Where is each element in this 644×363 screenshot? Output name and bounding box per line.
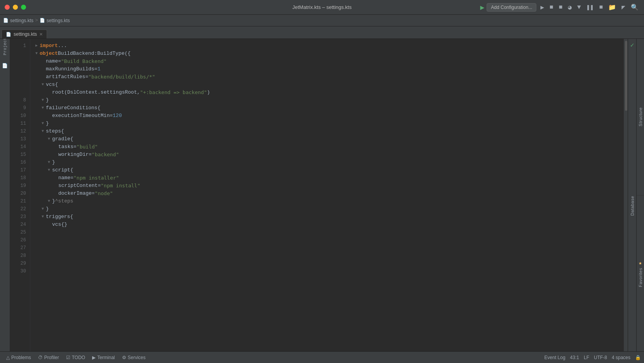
fold-icon-12[interactable]: ▼ [40,82,46,88]
breadcrumb-file-icon-2: 📄 [40,18,45,23]
search-icon[interactable]: 🔍 [629,3,640,12]
tab-settings-kts[interactable]: 📄 settings.kts ✕ [2,30,47,38]
line-numbers: 1 8 9 10 11 12 13 14 15 16 17 18 19 20 2… [10,39,30,351]
fold-icon-19[interactable]: ▼ [46,136,52,142]
terminal-button[interactable]: ▶ Terminal [89,354,118,361]
breadcrumb-item-1[interactable]: settings.kts [10,18,33,23]
tab-bar: 📄 settings.kts ✕ [0,26,644,39]
fold-spacer-20 [52,144,58,150]
profiler-icon: ⏱ [38,355,43,360]
encoding[interactable]: UTF-8 [594,355,607,360]
minimize-button[interactable] [13,5,18,10]
profile-icon[interactable]: ◕ [566,3,573,12]
database-panel: Database [629,61,635,351]
code-line-13: root(DslContext.settingsRoot, "+:backend… [33,89,624,96]
todo-button[interactable]: ☑ TODO [63,354,88,361]
database-label[interactable]: Database [629,194,635,218]
structure-panel[interactable]: Structure [637,39,644,195]
bottom-items: △ Problems ⏱ Profiler ☑ TODO ▶ Terminal … [3,354,545,361]
todo-label: TODO [72,355,85,360]
fold-icon-15[interactable]: ▼ [40,105,46,111]
fold-icon-28[interactable]: ▼ [40,206,46,212]
code-line-10: maxRunningBuilds = 1 [33,65,624,73]
star-icon: ★ [639,260,642,266]
fold-spacer-25 [52,183,58,189]
fold-icon-22[interactable]: ▼ [46,159,52,166]
maximize-button[interactable] [21,5,26,10]
code-line-28: ▼ } [33,205,624,213]
stop-icon[interactable]: ■ [548,3,555,12]
coverage-icon[interactable]: ■ [557,3,564,12]
git-lock-icon: 🔒 [635,355,641,360]
fold-spacer-13 [46,89,52,96]
indent-info[interactable]: 4 spaces [612,355,630,360]
cursor-position: 43:1 [570,355,579,360]
favorites-label[interactable]: Favorites [638,268,643,287]
fold-spacer-21 [52,152,58,158]
scrollbar[interactable] [624,39,628,351]
breadcrumb-item-2[interactable]: settings.kts [47,18,70,23]
fold-spacer-26 [52,190,58,197]
pause-icon[interactable]: ❚❚ [585,3,595,12]
services-button[interactable]: ⚙ Services [119,354,149,361]
code-line-22: ▼ } [33,159,624,166]
fold-icon-29[interactable]: ▼ [40,214,46,220]
fold-icon-17[interactable]: ▼ [40,120,46,127]
fold-icon-18[interactable]: ▼ [40,128,46,134]
fold-spacer-30 [46,222,52,228]
editor-area: 1 8 9 10 11 12 13 14 15 16 17 18 19 20 2… [10,39,628,351]
run-config-icon[interactable]: ▶ [480,3,484,12]
code-line-12: ▼ vcs { [33,81,624,89]
fold-icon-23[interactable]: ▼ [46,167,52,173]
status-info: Event Log 43:1 LF UTF-8 4 spaces 🔒 [545,355,641,360]
services-icon: ⚙ [122,355,126,360]
tab-close-button[interactable]: ✕ [39,32,43,37]
breadcrumb-separator: > [35,17,38,23]
right-gutter: ✓ Database [628,39,636,351]
favorites-panel[interactable]: ★ Favorites [637,195,644,352]
fold-icon-27[interactable]: ▼ [46,198,52,204]
code-line-20: tasks = "build" [33,143,624,151]
line-ending[interactable]: LF [584,355,589,360]
code-line-29: ▼ triggers { [33,213,624,221]
run-icon[interactable]: ▶ [539,3,546,12]
event-log-link[interactable]: Event Log [545,355,565,360]
code-line-16: executionTimeoutMin = 120 [33,112,624,120]
breadcrumb: 📄 settings.kts > 📄 settings.kts [0,15,644,26]
dropdown-icon[interactable]: ▼ [576,3,583,12]
window-title: JetMatrix.kts – settings.kts [292,4,351,10]
project-icon[interactable]: Project [1,42,9,51]
todo-icon: ☑ [66,355,70,360]
close-button[interactable] [5,5,10,10]
code-line-8: ▼ object BuildBackend : BuildType({ [33,50,624,58]
code-line-21: workingDir = "backend" [33,151,624,159]
main-content: Project 📄 1 8 9 10 11 12 13 14 15 16 17 … [0,39,644,351]
fold-spacer-10 [40,66,46,72]
fold-spacer-16 [46,113,52,119]
fold-icon-1[interactable]: ▶ [33,43,40,49]
folder-icon[interactable]: 📁 [607,3,618,12]
structure-label[interactable]: Structure [638,107,643,126]
problems-button[interactable]: △ Problems [3,354,34,361]
problems-icon: △ [6,355,10,360]
fold-icon-14[interactable]: ▼ [40,97,46,103]
scrollbar-thumb [625,41,627,111]
bottom-bar: △ Problems ⏱ Profiler ☑ TODO ▶ Terminal … [0,351,644,363]
fold-spacer-9 [40,58,46,65]
add-configuration-button[interactable]: Add Configuration... [487,3,536,12]
code-line-30: vcs {} [33,221,624,229]
build-icon[interactable]: ■ [598,3,605,12]
file-icon[interactable]: 📄 [1,61,9,70]
left-sidebar: Project 📄 [0,39,10,351]
code-editor[interactable]: ▶ import ... ▼ object BuildBackend : Bui… [30,39,624,351]
title-bar: JetMatrix.kts – settings.kts ▶ Add Confi… [0,0,644,15]
code-line-1: ▶ import ... [33,42,624,50]
fold-icon-8[interactable]: ▼ [33,51,40,57]
code-line-14: ▼ } [33,96,624,104]
code-line-18: ▼ steps { [33,127,624,135]
profiler-button[interactable]: ⏱ Profiler [35,354,62,361]
problems-label: Problems [11,355,31,360]
layout-icon[interactable]: ◤ [620,3,627,12]
code-line-9: name = "Build Backend" [33,58,624,65]
side-panels: Structure ★ Favorites [636,39,644,351]
